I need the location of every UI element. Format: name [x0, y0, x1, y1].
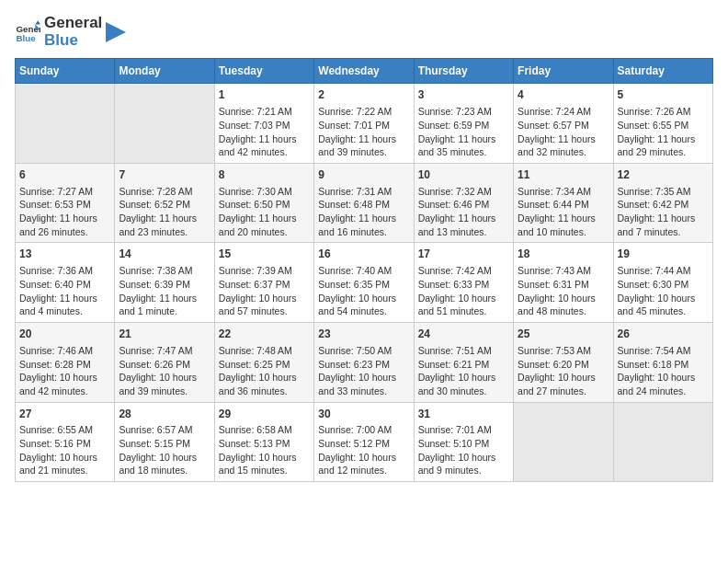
day-number: 9 [318, 167, 409, 183]
calendar-week-row: 1Sunrise: 7:21 AMSunset: 7:03 PMDaylight… [16, 84, 713, 164]
calendar-cell: 19Sunrise: 7:44 AMSunset: 6:30 PMDayligh… [613, 243, 712, 323]
day-number: 3 [418, 87, 509, 103]
day-info: Sunrise: 7:50 AM [318, 344, 409, 358]
day-info: Daylight: 10 hours and 15 minutes. [219, 451, 310, 477]
day-number: 30 [318, 407, 409, 422]
day-info: Sunrise: 7:34 AM [518, 185, 609, 199]
calendar-cell: 12Sunrise: 7:35 AMSunset: 6:42 PMDayligh… [613, 163, 712, 243]
weekday-header: Wednesday [314, 59, 414, 84]
calendar-cell: 22Sunrise: 7:48 AMSunset: 6:25 PMDayligh… [214, 323, 313, 403]
day-number: 11 [518, 167, 609, 183]
day-info: Sunrise: 7:40 AM [318, 264, 409, 278]
day-info: Sunrise: 7:42 AM [418, 264, 509, 278]
calendar-table: SundayMondayTuesdayWednesdayThursdayFrid… [15, 58, 713, 482]
day-info: Sunrise: 7:38 AM [119, 264, 210, 278]
day-info: Sunrise: 6:55 AM [19, 423, 110, 437]
day-number: 1 [219, 87, 310, 103]
day-info: Sunset: 6:48 PM [318, 198, 409, 212]
day-info: Daylight: 11 hours and 4 minutes. [19, 292, 110, 318]
day-number: 27 [19, 407, 110, 422]
calendar-cell: 7Sunrise: 7:28 AMSunset: 6:52 PMDaylight… [115, 163, 214, 243]
day-info: Sunrise: 7:48 AM [219, 344, 310, 358]
calendar-cell: 4Sunrise: 7:24 AMSunset: 6:57 PMDaylight… [514, 84, 613, 164]
day-info: Sunrise: 6:57 AM [119, 423, 210, 437]
day-info: Sunset: 6:57 PM [518, 119, 609, 132]
day-info: Daylight: 11 hours and 10 minutes. [518, 212, 609, 238]
logo-blue: Blue [44, 32, 102, 50]
calendar-cell: 29Sunrise: 6:58 AMSunset: 5:13 PMDayligh… [214, 402, 313, 482]
day-info: Sunset: 6:55 PM [618, 119, 709, 132]
day-number: 22 [219, 327, 310, 342]
logo-general: General [44, 15, 102, 32]
day-info: Sunrise: 7:47 AM [119, 344, 210, 358]
calendar-cell: 30Sunrise: 7:00 AMSunset: 5:12 PMDayligh… [314, 402, 414, 482]
day-info: Sunrise: 7:53 AM [518, 344, 609, 358]
day-info: Sunrise: 7:01 AM [418, 423, 509, 437]
day-number: 31 [418, 407, 509, 422]
calendar-cell: 9Sunrise: 7:31 AMSunset: 6:48 PMDaylight… [314, 163, 414, 243]
day-number: 10 [418, 167, 509, 183]
day-info: Sunrise: 7:44 AM [618, 264, 709, 278]
day-number: 8 [219, 167, 310, 183]
weekday-header: Sunday [16, 59, 115, 84]
weekday-header: Monday [115, 59, 214, 84]
day-info: Sunset: 5:13 PM [219, 437, 310, 451]
day-info: Sunrise: 7:35 AM [618, 185, 709, 199]
day-info: Sunset: 6:53 PM [19, 198, 110, 212]
day-info: Daylight: 11 hours and 29 minutes. [618, 132, 709, 159]
calendar-cell: 23Sunrise: 7:50 AMSunset: 6:23 PMDayligh… [314, 323, 414, 403]
day-info: Daylight: 11 hours and 1 minute. [119, 292, 210, 318]
day-info: Sunset: 6:37 PM [219, 278, 310, 292]
calendar-week-row: 20Sunrise: 7:46 AMSunset: 6:28 PMDayligh… [16, 323, 713, 403]
day-info: Sunrise: 7:30 AM [219, 185, 310, 199]
day-info: Sunset: 6:42 PM [618, 198, 709, 212]
calendar-cell: 17Sunrise: 7:42 AMSunset: 6:33 PMDayligh… [414, 243, 513, 323]
day-info: Daylight: 10 hours and 27 minutes. [518, 371, 609, 397]
calendar-body: 1Sunrise: 7:21 AMSunset: 7:03 PMDaylight… [16, 84, 713, 482]
day-info: Sunset: 5:15 PM [119, 437, 210, 451]
calendar-cell [514, 402, 613, 482]
calendar-cell: 10Sunrise: 7:32 AMSunset: 6:46 PMDayligh… [414, 163, 513, 243]
calendar-cell: 25Sunrise: 7:53 AMSunset: 6:20 PMDayligh… [514, 323, 613, 403]
day-info: Sunrise: 7:54 AM [618, 344, 709, 358]
calendar-cell [115, 84, 214, 164]
day-info: Sunset: 6:25 PM [219, 358, 310, 372]
day-info: Sunset: 6:33 PM [418, 278, 509, 292]
day-number: 29 [219, 407, 310, 422]
calendar-week-row: 6Sunrise: 7:27 AMSunset: 6:53 PMDaylight… [16, 163, 713, 243]
day-info: Daylight: 10 hours and 51 minutes. [418, 292, 509, 318]
calendar-cell: 5Sunrise: 7:26 AMSunset: 6:55 PMDaylight… [613, 84, 712, 164]
day-number: 23 [318, 327, 409, 342]
calendar-cell [613, 402, 712, 482]
day-info: Daylight: 10 hours and 30 minutes. [418, 371, 509, 397]
day-info: Sunset: 6:18 PM [618, 358, 709, 372]
calendar-cell: 18Sunrise: 7:43 AMSunset: 6:31 PMDayligh… [514, 243, 613, 323]
day-number: 25 [518, 327, 609, 342]
day-info: Daylight: 11 hours and 32 minutes. [518, 132, 609, 159]
day-info: Daylight: 10 hours and 36 minutes. [219, 371, 310, 397]
day-number: 12 [618, 167, 709, 183]
day-info: Sunset: 6:20 PM [518, 358, 609, 372]
logo: General Blue General Blue [15, 15, 126, 49]
day-info: Sunrise: 7:24 AM [518, 105, 609, 119]
weekday-header: Thursday [414, 59, 513, 84]
day-info: Daylight: 10 hours and 21 minutes. [19, 451, 110, 477]
day-info: Daylight: 10 hours and 9 minutes. [418, 451, 509, 477]
calendar-cell: 6Sunrise: 7:27 AMSunset: 6:53 PMDaylight… [16, 163, 115, 243]
day-info: Daylight: 11 hours and 20 minutes. [219, 212, 310, 238]
day-number: 16 [318, 247, 409, 262]
calendar-cell: 24Sunrise: 7:51 AMSunset: 6:21 PMDayligh… [414, 323, 513, 403]
day-info: Sunset: 6:39 PM [119, 278, 210, 292]
day-info: Sunrise: 7:26 AM [618, 105, 709, 119]
day-number: 17 [418, 247, 509, 262]
day-info: Sunrise: 7:23 AM [418, 105, 509, 119]
day-number: 4 [518, 87, 609, 103]
day-info: Sunset: 6:35 PM [318, 278, 409, 292]
day-info: Daylight: 10 hours and 54 minutes. [318, 292, 409, 318]
calendar-cell: 27Sunrise: 6:55 AMSunset: 5:16 PMDayligh… [16, 402, 115, 482]
page-header: General Blue General Blue [15, 15, 713, 49]
day-info: Sunrise: 7:43 AM [518, 264, 609, 278]
day-info: Sunset: 6:44 PM [518, 198, 609, 212]
day-info: Sunset: 6:30 PM [618, 278, 709, 292]
calendar-week-row: 13Sunrise: 7:36 AMSunset: 6:40 PMDayligh… [16, 243, 713, 323]
